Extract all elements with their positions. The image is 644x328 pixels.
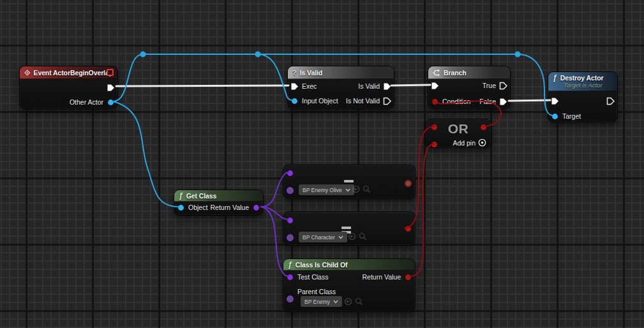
target-pin-glyph — [551, 112, 559, 121]
exec-out-pin[interactable] — [606, 96, 615, 105]
browse-asset-icon[interactable] — [363, 185, 371, 193]
object-pin[interactable]: Object — [177, 203, 207, 212]
node-title: Is Valid — [300, 69, 322, 77]
input-object-pin-label: Input Object — [302, 97, 338, 105]
use-selected-asset-icon[interactable] — [348, 232, 356, 241]
target-pin-label: Target — [562, 112, 581, 120]
or-output-pin-glyph — [479, 123, 488, 131]
object-pin-glyph — [177, 204, 185, 212]
false-exec-pin-glyph — [499, 98, 507, 106]
node-title: Get Class — [186, 192, 217, 200]
compare-b-pin[interactable] — [286, 186, 294, 195]
or-input-1-pin-glyph — [430, 123, 438, 131]
node-header: ƒClass Is Child Of — [283, 259, 415, 271]
node-branch[interactable]: BranchConditionTrueFalse — [428, 66, 511, 109]
false-exec-pin-label: False — [479, 98, 496, 105]
or-operator-label: OR — [448, 121, 469, 137]
dropdown-value: BP Enemy — [304, 299, 330, 305]
parent-class-pin[interactable] — [286, 294, 294, 303]
exec-out-pin-glyph — [606, 97, 615, 105]
condition-pin-glyph — [431, 98, 439, 106]
parent-class-pin-label: Parent Class — [297, 288, 336, 295]
asset-utility-icons — [344, 297, 363, 306]
class-select-dropdown[interactable]: BP Character — [299, 232, 347, 242]
add-pin-button[interactable]: Add pin — [453, 138, 486, 147]
target-pin[interactable]: Target — [551, 112, 581, 121]
compare-a-pin-glyph — [286, 216, 294, 225]
exec-out-pin-glyph — [107, 84, 115, 92]
input-object-pin[interactable]: Input Object — [290, 96, 338, 105]
class-select-dropdown[interactable]: BP Enemy — [301, 296, 342, 307]
node-title: Destroy Actor — [560, 74, 604, 82]
node-title-row: ƒDestroy Actor — [553, 74, 613, 82]
node-class-is-child-of[interactable]: ƒClass Is Child OfBP EnemyTest ClassPare… — [283, 258, 416, 312]
compare-a-pin-glyph — [286, 169, 294, 177]
node-equal-bp-enemy-olive[interactable]: BP Enemy Olive — [283, 165, 416, 199]
equal-result-pin-glyph — [404, 225, 412, 233]
node-title-row: ƒClass Is Child Of — [288, 261, 410, 269]
is-not-valid-exec-pin[interactable]: Is Not Valid — [346, 96, 391, 105]
add-pin-icon[interactable] — [478, 138, 486, 147]
chevron-down-icon — [333, 300, 338, 304]
return-value-pin[interactable]: Return Value — [210, 203, 260, 212]
browse-asset-icon[interactable] — [359, 232, 367, 241]
node-title: Class Is Child Of — [296, 261, 348, 269]
parent-class-pin-glyph — [286, 295, 294, 303]
node-title-row: Event ActorBeginOverlap — [24, 69, 113, 77]
event-stop-badge — [107, 69, 114, 76]
exec-in-pin[interactable] — [431, 81, 439, 90]
exec-in-pin[interactable]: Exec — [290, 82, 317, 91]
true-exec-pin-label: True — [483, 82, 496, 89]
node-header: Branch — [428, 66, 510, 79]
return-value-pin-glyph — [404, 273, 412, 281]
return-value-pin-glyph — [252, 204, 260, 212]
class-select-dropdown[interactable]: BP Enemy Olive — [299, 184, 354, 195]
node-header: ƒGet Class — [174, 190, 263, 202]
exec-in-pin[interactable] — [551, 96, 559, 105]
use-selected-asset-icon[interactable] — [352, 185, 360, 193]
node-header: ƒDestroy ActorTarget is Actor — [548, 72, 617, 91]
test-class-pin-glyph — [286, 273, 294, 281]
or-input-2-pin[interactable] — [430, 140, 438, 149]
return-value-pin-label: Return Value — [362, 273, 401, 281]
or-output-pin[interactable] — [479, 123, 488, 131]
equal-result-pin[interactable] — [404, 179, 412, 188]
use-selected-asset-icon[interactable] — [344, 297, 352, 306]
node-equal-bp-character[interactable]: BP Character — [283, 211, 416, 246]
asset-utility-icons — [348, 232, 367, 241]
node-is-valid[interactable]: ?Is ValidExecInput ObjectIs ValidIs Not … — [287, 66, 394, 109]
node-or[interactable]: ORAdd pin — [425, 119, 491, 148]
function-icon: ƒ — [179, 193, 183, 199]
question-mark-icon: ? — [292, 69, 297, 77]
condition-pin[interactable]: Condition — [431, 97, 470, 106]
test-class-pin[interactable]: Test Class — [286, 272, 328, 281]
node-event-actor-begin-overlap[interactable]: Event ActorBeginOverlapOther Actor — [19, 66, 118, 109]
true-exec-pin[interactable]: True — [483, 81, 507, 90]
node-layer: Event ActorBeginOverlapOther Actor?Is Va… — [0, 0, 644, 328]
compare-a-pin[interactable] — [286, 216, 294, 225]
is-valid-exec-pin[interactable]: Is Valid — [358, 82, 391, 91]
node-title: Branch — [444, 69, 467, 77]
is-not-valid-exec-pin-glyph — [383, 97, 391, 105]
dropdown-value: BP Enemy Olive — [303, 187, 342, 193]
node-destroy-actor[interactable]: ƒDestroy ActorTarget is ActorTarget — [548, 71, 618, 123]
add-pin-label: Add pin — [453, 139, 476, 147]
object-pin-label: Object — [188, 204, 207, 211]
return-value-pin[interactable]: Return Value — [362, 272, 412, 281]
other-actor-pin-glyph — [107, 98, 115, 107]
is-valid-exec-pin-glyph — [383, 82, 391, 91]
exec-out-pin[interactable] — [107, 83, 115, 92]
equal-result-pin[interactable] — [404, 224, 412, 233]
is-valid-exec-pin-label: Is Valid — [358, 82, 380, 90]
or-input-1-pin[interactable] — [430, 123, 438, 131]
exec-in-pin-glyph — [431, 82, 439, 90]
is-not-valid-exec-pin-label: Is Not Valid — [346, 97, 380, 105]
event-diamond-icon — [24, 69, 30, 77]
browse-asset-icon[interactable] — [355, 297, 363, 306]
chevron-down-icon — [345, 188, 350, 192]
node-get-class[interactable]: ƒGet ClassObjectReturn Value — [174, 190, 264, 216]
other-actor-pin[interactable]: Other Actor — [70, 98, 115, 107]
false-exec-pin[interactable]: False — [479, 97, 507, 106]
compare-b-pin[interactable] — [286, 233, 294, 242]
compare-a-pin[interactable] — [286, 168, 294, 177]
